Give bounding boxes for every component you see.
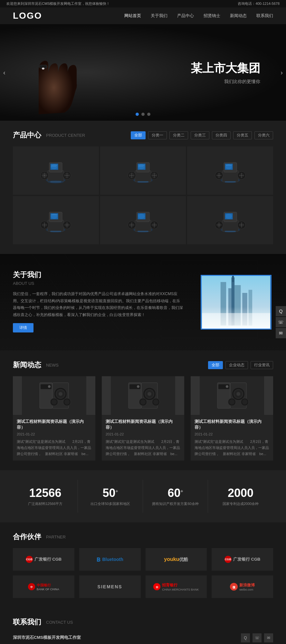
stat-label-4: 国家专利达成2000余种 — [211, 501, 270, 506]
about-image-container — [196, 270, 273, 334]
product-section: 产品中心 PRODUCT CENTER 全部 分类一 分类二 分类三 分类四 分… — [0, 121, 286, 254]
about-image — [201, 275, 272, 330]
partner-boc[interactable]: 中 中国银行 BANK OF CHINA — [13, 575, 74, 598]
news-date-2: 2021-01-22 — [106, 432, 180, 436]
hero-text-block: 某上市大集团 我们比你的更懂你 — [191, 61, 286, 85]
partner-zsb[interactable]: 招 招育银行 CHINA MERCHANTS BANK — [146, 575, 207, 598]
stat-label-3: 拥有知识产权开发方案60余种 — [146, 501, 205, 506]
product-tab-5[interactable]: 分类五 — [233, 131, 252, 139]
product-title-en: PRODUCT CENTER — [46, 133, 85, 138]
hero-subtitle: 我们比你的更懂你 — [191, 79, 260, 85]
nav-home[interactable]: 网站首页 — [124, 12, 141, 20]
nav-contact[interactable]: 联系我们 — [256, 12, 273, 20]
partner-cgb-1[interactable]: CGB 广发银行 CGB — [13, 548, 74, 571]
contact-address-block: 深圳市泥石CMS模板开发网电工作室 地址： 广东省深圳市泥石区某某路某某某大厦1… — [13, 633, 198, 644]
svg-point-85 — [138, 214, 145, 219]
news-item: 测试工程材料新闻资讯标题（演示内容） 2021-01-22 测试"测试完"这是测… — [13, 376, 95, 461]
about-content: 关于我们 ABOUT US 我们坚信，一套程序，我们的成功源于对国内优秀产品公司… — [13, 270, 183, 332]
svg-text:中: 中 — [30, 586, 33, 589]
product-title-cn: 产品中心 — [13, 130, 41, 140]
bluetooth-label: Bluetooth — [102, 557, 123, 562]
product-item[interactable] — [100, 146, 186, 195]
hero-dot-3[interactable] — [147, 113, 150, 116]
svg-point-1 — [42, 68, 44, 70]
news-desc-3: 测试"测试完"这是测试当为测试 2月2日，青海地点地区市场监督管理局法人员入员，… — [195, 439, 269, 457]
contact-social-icons: Q ☏ ✉ — [241, 633, 273, 642]
product-tab-all[interactable]: 全部 — [131, 131, 146, 139]
stats-section: 12566 广泛南材料12566平方 50+ 出口全球50多国家和地区 60+ … — [0, 470, 286, 522]
about-text: 我们坚信，一套程序，我们的成功源于对国内优秀产品公司追求卓越网站业务水准的对XX… — [13, 291, 183, 318]
news-tab-company[interactable]: 企业动态 — [225, 361, 248, 369]
product-header: 产品中心 PRODUCT CENTER 全部 分类一 分类二 分类三 分类四 分… — [13, 130, 273, 140]
contact-title-en: CONTACT US — [46, 620, 73, 625]
nav-news[interactable]: 新闻动态 — [230, 12, 247, 20]
product-item[interactable] — [187, 146, 273, 195]
social-phone-icon[interactable]: ☏ — [253, 633, 262, 642]
social-qq-icon[interactable]: Q — [241, 633, 250, 642]
product-item[interactable] — [13, 146, 99, 195]
svg-rect-53 — [225, 181, 236, 182]
side-phone-icon[interactable]: ☏ — [276, 317, 286, 327]
news-image-3 — [191, 376, 273, 415]
product-tab-4[interactable]: 分类四 — [212, 131, 231, 139]
news-desc-2: 测试"测试完"这是测试当为测试 2月2日，青海地点地区市场监督管理局法人员入员，… — [106, 439, 180, 457]
svg-rect-118 — [202, 313, 270, 329]
news-tab-industry[interactable]: 行业资讯 — [251, 361, 273, 369]
news-image-1 — [13, 376, 95, 415]
news-title-3[interactable]: 测试工程材料新闻资讯标题（演示内容） — [195, 419, 269, 430]
svg-point-122 — [48, 385, 51, 388]
hero-title: 某上市大集团 — [191, 61, 260, 76]
partner-youku[interactable]: youku优酷 — [146, 548, 207, 571]
hero-next-button[interactable]: › — [281, 69, 283, 76]
about-title-en: ABOUT US — [13, 281, 183, 286]
product-tab-3[interactable]: 分类三 — [191, 131, 209, 139]
svg-point-142 — [140, 399, 146, 405]
about-detail-button[interactable]: 详情 — [13, 323, 33, 332]
partner-siemens[interactable]: SIEMENS — [79, 575, 141, 598]
svg-rect-116 — [232, 276, 234, 282]
news-body-3: 测试工程材料新闻资讯标题（演示内容） 2021-01-22 测试"测试完"这是测… — [191, 415, 273, 461]
partner-bluetooth[interactable]: ʙ Bluetooth — [79, 548, 141, 571]
product-item[interactable] — [13, 196, 99, 244]
news-grid: 测试工程材料新闻资讯标题（演示内容） 2021-01-22 测试"测试完"这是测… — [13, 376, 273, 461]
nav-recruit[interactable]: 招贤纳士 — [204, 12, 220, 20]
partner-cgb-2[interactable]: CGB 广发银行 CGB — [212, 548, 273, 571]
social-wechat-icon[interactable]: ✉ — [264, 633, 273, 642]
svg-point-150 — [236, 392, 240, 396]
hero-dot-1[interactable] — [136, 113, 139, 116]
side-chat-icon[interactable]: ✉ — [276, 328, 286, 338]
hero-dots — [136, 113, 150, 116]
hero-banner: 某上市大集团 我们比你的更懂你 ‹ › — [0, 24, 286, 121]
product-tab-6[interactable]: 分类六 — [254, 131, 273, 139]
news-title-cn: 新闻动态 — [13, 360, 41, 370]
stats-grid: 12566 广泛南材料12566平方 50+ 出口全球50多国家和地区 60+ … — [13, 480, 273, 513]
product-item[interactable] — [100, 196, 186, 244]
nav-products[interactable]: 产品中心 — [177, 12, 194, 20]
product-item[interactable] — [187, 196, 273, 244]
hero-prev-button[interactable]: ‹ — [3, 69, 5, 76]
partner-grid: CGB 广发银行 CGB ʙ Bluetooth youku优酷 CGB 广发银… — [13, 548, 273, 598]
product-tab-2[interactable]: 分类二 — [169, 131, 188, 139]
news-title-1[interactable]: 测试工程材料新闻资讯标题（演示内容） — [17, 419, 91, 430]
top-bar-welcome: 欢迎您来到深圳市泥石CMS模板开发网电工作室，祝您体验愉快！ — [6, 1, 110, 6]
hero-dot-2[interactable] — [141, 113, 145, 116]
svg-point-152 — [242, 399, 247, 405]
news-desc-1: 测试"测试完"这是测试当为测试 2月2日，青海地点地区市场监督管理局法人员入员，… — [17, 439, 91, 457]
about-section: 关于我们 ABOUT US 我们坚信，一套程序，我们的成功源于对国内优秀产品公司… — [0, 254, 286, 350]
partner-weibo[interactable]: 微 新浪微博 weibo.com — [212, 575, 273, 598]
side-qq-icon[interactable]: Q — [276, 306, 286, 316]
logo: LOGO — [13, 11, 42, 21]
nav-about[interactable]: 关于我们 — [151, 12, 167, 20]
news-tab-all[interactable]: 全部 — [208, 361, 223, 369]
svg-rect-69 — [50, 231, 61, 232]
svg-point-54 — [225, 164, 232, 169]
news-title-2[interactable]: 测试工程材料新闻资讯标题（演示内容） — [106, 419, 180, 430]
partners-title-en: PARTNER — [46, 535, 66, 539]
svg-text:微: 微 — [232, 586, 236, 589]
header: LOGO 网站首页 关于我们 产品中心 招贤纳士 新闻动态 联系我们 — [0, 7, 286, 24]
svg-point-146 — [226, 385, 228, 388]
contact-title-cn: 联系我们 — [13, 617, 41, 627]
product-tab-1[interactable]: 分类一 — [148, 131, 167, 139]
svg-point-138 — [148, 392, 151, 396]
news-item: 测试工程材料新闻资讯标题（演示内容） 2021-01-22 测试"测试完"这是测… — [102, 376, 184, 461]
